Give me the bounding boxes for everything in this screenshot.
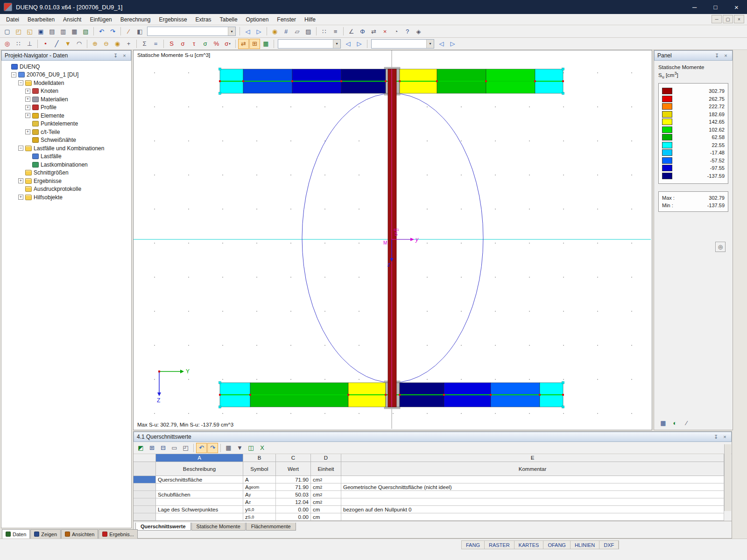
menu-tabelle[interactable]: Tabelle — [216, 15, 242, 24]
view-xyz-icon[interactable]: # — [281, 26, 291, 36]
sync-graphic-icon[interactable]: ◩ — [135, 443, 146, 453]
combo-dropdown-icon[interactable]: ▾ — [228, 27, 235, 35]
mdi-minimize-button[interactable]: ─ — [712, 15, 722, 23]
header-wert[interactable]: Wert — [276, 462, 311, 476]
menu-datei[interactable]: Datei — [2, 15, 23, 24]
loadcase-combo[interactable]: ▾ — [278, 39, 341, 49]
cell-wert[interactable]: 50.03 — [276, 491, 311, 498]
print-icon[interactable]: ▤ — [47, 26, 57, 36]
panel-toggle-icon[interactable]: ⊞ — [249, 39, 260, 49]
cell-wert[interactable]: 0.00 — [276, 506, 311, 513]
cell-kommentar[interactable] — [341, 476, 724, 483]
new-arc-icon[interactable]: ◠ — [74, 39, 85, 49]
cell-beschreibung[interactable]: Lage des Schwerpunktes — [156, 506, 243, 513]
tree-item-profile[interactable]: +Profile — [2, 104, 130, 112]
panel-close-button[interactable]: × — [722, 52, 729, 59]
tree-item-c-t-teile[interactable]: +c/t-Teile — [2, 128, 130, 136]
snap-icon[interactable]: ◎ — [2, 39, 13, 49]
tree-expander-icon[interactable]: + — [25, 105, 30, 110]
zoom-out-icon[interactable]: ⊖ — [101, 39, 112, 49]
tree-item-modelldaten[interactable]: −Modelldaten — [2, 79, 130, 87]
print-preview-icon[interactable]: ▥ — [58, 26, 69, 36]
table-close-button[interactable]: × — [721, 434, 728, 441]
header-kommentar[interactable]: Kommentar — [341, 462, 724, 476]
menu-optionen[interactable]: Optionen — [242, 15, 273, 24]
tree-expander-icon[interactable]: − — [18, 80, 23, 85]
tree-item-hilfsobjekte[interactable]: +Hilfsobjekte — [2, 193, 130, 202]
rotate-phi-icon[interactable]: Φ — [357, 26, 368, 36]
block-select-icon[interactable]: ◧ — [134, 26, 145, 36]
tree-item-knoten[interactable]: +Knoten — [2, 87, 130, 96]
cell-symbol[interactable]: Ay — [243, 491, 276, 498]
insert-row-icon[interactable]: ⊞ — [147, 443, 157, 453]
cell-beschreibung[interactable] — [156, 513, 243, 521]
cell-einheit[interactable]: cm2 — [311, 491, 341, 498]
view-mode-icon[interactable]: ▭ — [169, 443, 180, 453]
tree-item-ergebnisse[interactable]: +Ergebnisse — [2, 177, 130, 185]
result-su-icon[interactable]: S — [166, 39, 177, 49]
cell-kommentar[interactable]: Geometrische Querschnittsfläche (nicht i… — [341, 483, 724, 491]
new-weld-icon[interactable]: ▼ — [63, 39, 73, 49]
zoom-window-icon[interactable]: ◉ — [269, 26, 280, 36]
new-node-icon[interactable]: • — [40, 39, 51, 49]
row-gutter[interactable] — [134, 491, 156, 498]
maximize-button[interactable]: □ — [705, 0, 726, 14]
table-tab-querschnittswerte[interactable]: Querschnittswerte — [135, 523, 191, 531]
tree-expander-icon[interactable]: + — [18, 178, 23, 183]
combo-dropdown-icon[interactable]: ▾ — [426, 40, 434, 48]
tree-expander-icon[interactable]: + — [25, 89, 30, 94]
nav-back-icon[interactable]: ◁ — [242, 26, 253, 36]
cell-wert[interactable]: 71.90 — [276, 483, 311, 491]
save-icon[interactable]: ▣ — [35, 26, 46, 36]
tree-expander-icon[interactable]: + — [25, 97, 30, 102]
pan-icon[interactable]: + — [123, 39, 134, 49]
column-header-a[interactable]: A — [156, 454, 243, 462]
table-window-icon[interactable]: ▨ — [303, 26, 314, 36]
menu-berechnung[interactable]: Berechnung — [116, 15, 155, 24]
stopwatch-icon[interactable]: ◔ — [391, 26, 402, 36]
tree-expander-icon[interactable]: − — [11, 72, 16, 77]
help-icon[interactable]: ? — [402, 26, 413, 36]
bottom-tab-ansichten[interactable]: Ansichten — [61, 529, 98, 539]
table-tab-statische-momente[interactable]: Statische Momente — [191, 523, 246, 531]
column-header-e[interactable]: E — [341, 454, 724, 462]
excel-export-icon[interactable]: X — [257, 443, 268, 453]
cell-symbol[interactable]: Az — [243, 498, 276, 506]
panel-results-icon[interactable]: ▦ — [658, 418, 669, 428]
loadcase-next-icon[interactable]: ▷ — [354, 39, 365, 49]
result-sigma-x-icon[interactable]: σ — [177, 39, 188, 49]
panel-edit-icon[interactable]: ∕ — [681, 418, 692, 428]
mdi-restore-button[interactable]: ▢ — [723, 15, 733, 23]
bottom-tab-zeigen[interactable]: Zeigen — [30, 529, 61, 539]
cell-beschreibung[interactable] — [156, 498, 243, 506]
loadcase-prev-icon[interactable]: ◁ — [343, 39, 353, 49]
cell-einheit[interactable]: cm — [311, 506, 341, 513]
cell-symbol[interactable]: A — [243, 476, 276, 483]
tree-item-punktelemente[interactable]: Punktelemente — [2, 120, 130, 128]
select-table-icon[interactable]: ◰ — [180, 443, 191, 453]
status-toggle-fang[interactable]: FANG — [462, 541, 485, 549]
panel-pin-button[interactable]: ↧ — [713, 52, 720, 59]
status-toggle-raster[interactable]: RASTER — [485, 541, 514, 549]
screenshot-icon[interactable]: ▧ — [80, 26, 91, 36]
bottom-tab-ergebnis[interactable]: Ergebnis... — [99, 529, 138, 539]
mirror-icon[interactable]: ⇄ — [368, 26, 379, 36]
cell-symbol[interactable]: Ageom — [243, 483, 276, 491]
navigator-close-button[interactable]: × — [121, 52, 128, 59]
mdi-close-button[interactable]: × — [734, 15, 744, 23]
cell-kommentar[interactable]: bezogen auf den Nullpunkt 0 — [341, 506, 724, 513]
column-header-b[interactable]: B — [243, 454, 276, 462]
status-toggle-kartes[interactable]: KARTES — [514, 541, 544, 549]
close-button[interactable]: × — [726, 0, 747, 14]
panel-display-icon[interactable]: ◐ — [669, 418, 680, 428]
result-prev-icon[interactable]: ◁ — [436, 39, 447, 49]
result-percent-icon[interactable]: % — [211, 39, 222, 49]
open-project-icon[interactable]: ◱ — [24, 26, 35, 36]
header-beschreibung[interactable]: Beschreibung — [156, 462, 243, 476]
tree-item-200706-du9-1-du[interactable]: −200706_DU9_1 [DU] — [2, 71, 130, 79]
cell-symbol[interactable]: yS,0 — [243, 506, 276, 513]
table-pin-button[interactable]: ↧ — [712, 434, 719, 441]
undo-icon[interactable]: ↶ — [96, 26, 107, 36]
edit-icon[interactable]: ∕ — [123, 26, 134, 36]
row-gutter[interactable] — [134, 462, 156, 476]
